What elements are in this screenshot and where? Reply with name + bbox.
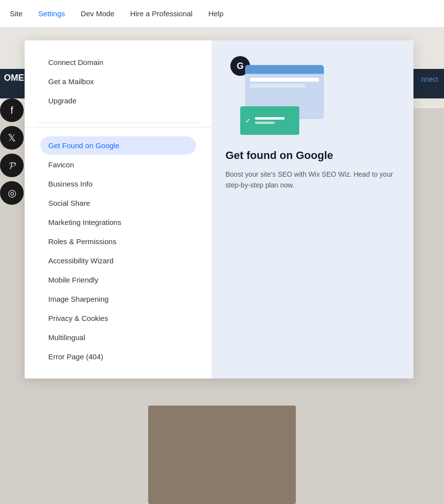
menu-upgrade[interactable]: Upgrade <box>40 92 196 110</box>
menu-image-sharpening[interactable]: Image Sharpening <box>40 290 196 308</box>
pinterest-icon[interactable]: 𝓟 <box>0 154 24 177</box>
home-label: OME <box>0 73 24 83</box>
dropdown-left-panel: Connect Domain Get a Mailbox Upgrade Get… <box>25 40 212 378</box>
facebook-icon[interactable]: f <box>0 98 24 122</box>
menu-connect-domain[interactable]: Connect Domain <box>40 53 196 71</box>
menu-accessibility-wizard[interactable]: Accessibility Wizard <box>40 252 196 270</box>
check-icon: ✓ <box>245 117 251 125</box>
browser-line-1 <box>250 78 319 82</box>
top-nav: Site Settings Dev Mode Hire a Profession… <box>0 0 444 28</box>
menu-marketing-integrations[interactable]: Marketing Integrations <box>40 213 196 231</box>
dropdown-right-panel: G ✓ Get found on Google Boost your site'… <box>212 40 413 378</box>
connect-label[interactable]: nnect <box>415 71 444 87</box>
nav-site[interactable]: Site <box>10 7 23 20</box>
nav-devmode[interactable]: Dev Mode <box>81 7 114 20</box>
menu-multilingual[interactable]: Multilingual <box>40 328 196 346</box>
menu-mobile-friendly[interactable]: Mobile Friendly <box>40 271 196 289</box>
menu-roles-permissions[interactable]: Roles & Permissions <box>40 232 196 251</box>
promo-description: Boost your site's SEO with Wix SEO Wiz. … <box>225 169 400 191</box>
line-white-2 <box>255 122 275 124</box>
twitter-icon[interactable]: 𝕏 <box>0 126 24 150</box>
settings-dropdown: Connect Domain Get a Mailbox Upgrade Get… <box>25 40 413 378</box>
menu-get-mailbox[interactable]: Get a Mailbox <box>40 72 196 91</box>
bottom-menu-section: Get Found on Google Favicon Business Inf… <box>25 127 212 366</box>
nav-help[interactable]: Help <box>208 7 223 20</box>
nav-hire[interactable]: Hire a Professional <box>130 7 192 20</box>
line-white-1 <box>255 117 285 120</box>
browser-line-2 <box>250 84 305 88</box>
instagram-icon[interactable]: ◎ <box>0 181 24 205</box>
menu-get-found-google[interactable]: Get Found on Google <box>40 136 196 155</box>
menu-favicon[interactable]: Favicon <box>40 156 196 174</box>
google-illustration: G ✓ <box>225 56 324 135</box>
page-photo <box>148 406 296 504</box>
green-box-illustration: ✓ <box>240 106 299 135</box>
top-menu-section: Connect Domain Get a Mailbox Upgrade <box>25 53 212 119</box>
menu-error-page[interactable]: Error Page (404) <box>40 347 196 366</box>
menu-privacy-cookies[interactable]: Privacy & Cookies <box>40 309 196 327</box>
nav-settings[interactable]: Settings <box>38 7 65 20</box>
illustration-lines <box>255 117 285 124</box>
menu-business-info[interactable]: Business Info <box>40 175 196 193</box>
promo-title: Get found on Google <box>225 149 333 163</box>
social-sidebar: f 𝕏 𝓟 ◎ <box>0 98 24 205</box>
menu-divider <box>36 123 200 123</box>
menu-social-share[interactable]: Social Share <box>40 194 196 212</box>
browser-bar <box>245 65 324 74</box>
